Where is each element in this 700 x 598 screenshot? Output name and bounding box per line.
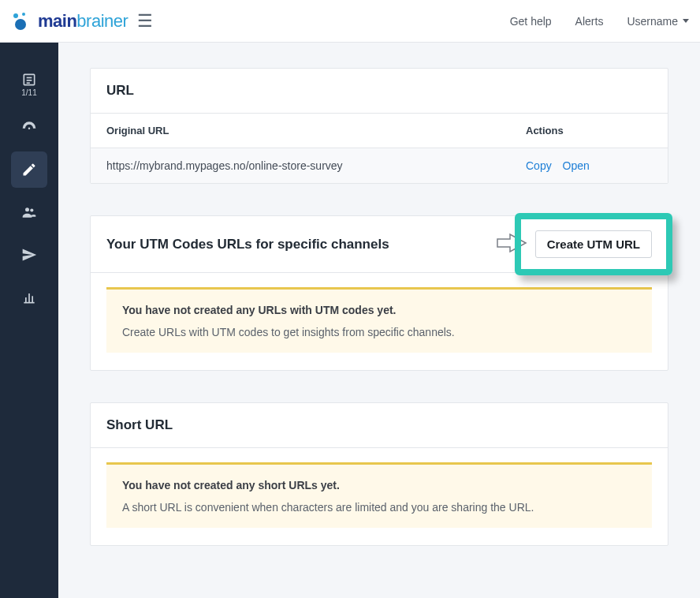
username-menu[interactable]: Username — [627, 15, 689, 28]
sidebar-item-analytics[interactable] — [11, 279, 47, 316]
chart-icon — [21, 290, 37, 305]
main-content: URL Original URL Actions https://mybrand… — [58, 43, 700, 598]
sidebar-item-edit[interactable] — [11, 151, 47, 188]
sidebar-progress-label: 1/11 — [21, 89, 36, 97]
topbar-right: Get help Alerts Username — [510, 15, 689, 28]
table-row: https://mybrand.mypages.no/online-store-… — [91, 148, 668, 183]
logo[interactable]: mainbrainer — [11, 11, 128, 32]
svg-point-2 — [15, 19, 26, 30]
col-header-url: Original URL — [106, 125, 526, 136]
hamburger-icon[interactable]: ☰ — [137, 13, 153, 30]
get-help-link[interactable]: Get help — [510, 15, 552, 28]
url-card-title: URL — [106, 83, 134, 99]
short-url-alert: You have not created any short URLs yet.… — [106, 462, 652, 528]
users-icon — [21, 204, 37, 220]
copy-link[interactable]: Copy — [526, 159, 552, 172]
arrow-pointer-icon — [496, 233, 527, 256]
svg-marker-14 — [497, 234, 526, 252]
short-url-card-body: You have not created any short URLs yet.… — [91, 448, 668, 545]
open-link[interactable]: Open — [563, 159, 590, 172]
svg-point-8 — [25, 207, 29, 211]
utm-alert-title: You have not created any URLs with UTM c… — [122, 304, 636, 316]
short-url-card-header: Short URL — [91, 403, 668, 448]
username-label: Username — [627, 15, 678, 28]
utm-card-body: You have not created any URLs with UTM c… — [91, 273, 668, 370]
svg-point-9 — [30, 208, 33, 211]
sidebar-item-users[interactable] — [11, 194, 47, 230]
url-actions: Copy Open — [526, 159, 652, 172]
create-utm-button[interactable]: Create UTM URL — [535, 230, 652, 258]
topbar: mainbrainer ☰ Get help Alerts Username — [0, 0, 700, 43]
utm-alert: You have not created any URLs with UTM c… — [106, 287, 652, 353]
utm-card-title: Your UTM Codes URLs for specific channel… — [106, 237, 389, 252]
create-utm-highlight: Create UTM URL — [535, 230, 652, 258]
pencil-icon — [21, 162, 37, 178]
sidebar-item-progress[interactable]: 1/11 — [11, 66, 47, 103]
svg-point-0 — [13, 13, 18, 18]
logo-text: mainbrainer — [38, 11, 128, 32]
url-card: URL Original URL Actions https://mybrand… — [90, 68, 668, 184]
utm-alert-text: Create URLs with UTM codes to get insigh… — [122, 326, 636, 338]
alerts-link[interactable]: Alerts — [575, 15, 604, 28]
url-table: Original URL Actions https://mybrand.myp… — [91, 114, 668, 183]
sidebar-item-dashboard[interactable] — [11, 109, 47, 145]
utm-card-header: Your UTM Codes URLs for specific channel… — [91, 216, 668, 273]
url-card-header: URL — [91, 69, 668, 114]
url-value: https://mybrand.mypages.no/online-store-… — [106, 159, 526, 172]
svg-point-1 — [22, 13, 25, 16]
gauge-icon — [21, 119, 37, 135]
sidebar-item-send[interactable] — [11, 237, 47, 273]
chevron-down-icon — [683, 19, 689, 23]
url-table-head: Original URL Actions — [91, 114, 668, 148]
logo-dots-icon — [11, 11, 33, 32]
short-url-alert-text: A short URL is convenient when character… — [122, 501, 636, 514]
short-url-card-title: Short URL — [106, 417, 173, 433]
svg-point-7 — [28, 127, 31, 129]
col-header-actions: Actions — [526, 125, 652, 136]
paper-plane-icon — [21, 247, 37, 263]
short-url-alert-title: You have not created any short URLs yet. — [122, 479, 636, 491]
short-url-card: Short URL You have not created any short… — [90, 402, 668, 546]
checklist-icon — [21, 72, 37, 88]
sidebar: 1/11 — [0, 43, 58, 598]
utm-card: Your UTM Codes URLs for specific channel… — [90, 215, 668, 371]
